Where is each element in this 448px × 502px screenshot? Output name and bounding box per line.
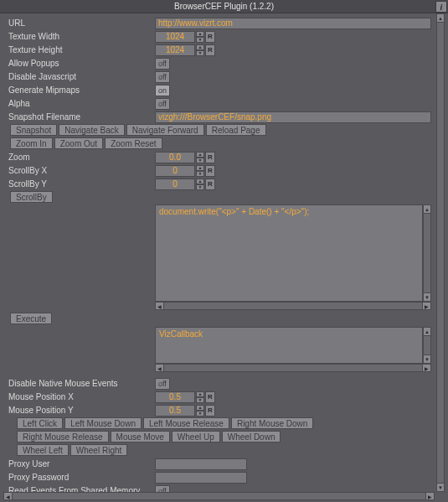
- scrollx-input[interactable]: 0: [155, 165, 195, 177]
- allow-popups-toggle[interactable]: off: [155, 58, 170, 70]
- tex-width-label: Texture Width: [8, 32, 155, 41]
- script-scroll-v[interactable]: ▲▼: [423, 204, 431, 302]
- execute-button[interactable]: Execute: [10, 313, 52, 324]
- right-down-button[interactable]: Right Mouse Down: [231, 417, 313, 429]
- disable-mouse-label: Disable Native Mouse Events: [8, 379, 155, 388]
- left-click-button[interactable]: Left Click: [17, 417, 63, 429]
- title-text: BrowserCEF Plugin (1.2.2): [174, 2, 274, 11]
- snap-file-input[interactable]: vizgh:///BrowserCEF/snap.png: [155, 111, 431, 123]
- allow-popups-label: Allow Popups: [8, 59, 155, 68]
- mousex-spinner[interactable]: ▲▼: [196, 391, 204, 403]
- zoom-reset-button[interactable]: Zoom Reset: [105, 137, 162, 149]
- proxy-user-input[interactable]: [155, 458, 247, 470]
- tex-height-reset[interactable]: R: [205, 44, 215, 56]
- tex-height-label: Texture Height: [8, 45, 155, 54]
- mouse-move-button[interactable]: Mouse Move: [111, 431, 170, 442]
- alpha-toggle[interactable]: off: [155, 98, 170, 110]
- scrolly-spinner[interactable]: ▲▼: [196, 179, 204, 190]
- content-panel: URL http://www.vizrt.com Texture Width 1…: [3, 13, 445, 492]
- scrolly-input[interactable]: 0: [155, 179, 195, 190]
- mousey-label: Mouse Position Y: [8, 406, 155, 415]
- mousex-reset[interactable]: R: [205, 391, 215, 403]
- tex-height-input[interactable]: 1024: [155, 44, 195, 56]
- callback-scroll-v[interactable]: ▲▼: [423, 327, 431, 364]
- wheel-right-button[interactable]: Wheel Right: [70, 444, 127, 456]
- zoom-input[interactable]: 0.0: [155, 152, 195, 163]
- nav-forward-button[interactable]: Navigate Forward: [126, 124, 204, 136]
- scrolly-reset[interactable]: R: [205, 179, 215, 190]
- left-down-button[interactable]: Left Mouse Down: [64, 417, 142, 429]
- wheel-up-button[interactable]: Wheel Up: [172, 431, 220, 442]
- zoom-spinner[interactable]: ▲▼: [196, 152, 204, 163]
- callback-textarea[interactable]: VizCallback: [155, 327, 423, 364]
- scrollx-label: ScrollBy X: [8, 166, 155, 175]
- disable-js-label: Disable Javascript: [8, 72, 155, 81]
- read-shm-label: Read Events From Shared Memory: [8, 486, 155, 492]
- scrollx-reset[interactable]: R: [205, 165, 215, 177]
- callback-area-wrap: VizCallback ▲▼ ◀▶: [155, 327, 431, 372]
- read-shm-toggle[interactable]: off: [155, 485, 170, 493]
- panel-scroll-h[interactable]: ◀▶: [3, 492, 435, 500]
- zoom-reset[interactable]: R: [205, 152, 215, 163]
- tex-width-input[interactable]: 1024: [155, 31, 195, 43]
- nav-back-button[interactable]: Navigate Back: [59, 124, 124, 136]
- right-release-button[interactable]: Right Mouse Release: [17, 431, 109, 442]
- info-button[interactable]: i: [435, 1, 447, 13]
- snapshot-button[interactable]: Snapshot: [10, 124, 57, 136]
- left-release-button[interactable]: Left Mouse Release: [143, 417, 229, 429]
- zoom-in-button[interactable]: Zoom In: [10, 137, 53, 149]
- disable-mouse-toggle[interactable]: off: [155, 378, 170, 390]
- proxy-pass-input[interactable]: [155, 472, 247, 484]
- mousex-label: Mouse Position X: [8, 392, 155, 401]
- titlebar: BrowserCEF Plugin (1.2.2) i: [0, 0, 448, 13]
- scrollby-button[interactable]: ScrollBy: [10, 191, 53, 203]
- gen-mipmaps-label: Generate Mipmaps: [8, 85, 155, 95]
- script-area-wrap: document.write("<p>" + Date() + "</p>");…: [155, 204, 431, 310]
- mousey-reset[interactable]: R: [205, 405, 215, 417]
- url-label: URL: [8, 18, 155, 28]
- snap-file-label: Snapshot Filename: [8, 112, 155, 122]
- zoom-label: Zoom: [8, 153, 155, 162]
- proxy-pass-label: Proxy Password: [8, 473, 155, 482]
- wheel-down-button[interactable]: Wheel Down: [222, 431, 281, 442]
- proxy-user-label: Proxy User: [8, 459, 155, 468]
- gen-mipmaps-toggle[interactable]: on: [155, 85, 170, 96]
- mousex-input[interactable]: 0.5: [155, 391, 195, 403]
- panel-scroll-v[interactable]: ▲▼: [436, 13, 445, 492]
- scrollx-spinner[interactable]: ▲▼: [196, 165, 204, 177]
- scrolly-label: ScrollBy Y: [8, 179, 155, 189]
- tex-height-spinner[interactable]: ▲▼: [196, 44, 204, 56]
- reload-button[interactable]: Reload Page: [206, 124, 266, 136]
- mousey-input[interactable]: 0.5: [155, 405, 195, 417]
- url-input[interactable]: http://www.vizrt.com: [155, 18, 431, 29]
- script-textarea[interactable]: document.write("<p>" + Date() + "</p>");: [155, 204, 423, 302]
- callback-scroll-h[interactable]: ◀▶: [155, 364, 431, 372]
- tex-width-spinner[interactable]: ▲▼: [196, 31, 204, 43]
- disable-js-toggle[interactable]: off: [155, 71, 170, 83]
- alpha-label: Alpha: [8, 99, 155, 108]
- mousey-spinner[interactable]: ▲▼: [196, 405, 204, 417]
- zoom-out-button[interactable]: Zoom Out: [54, 137, 103, 149]
- script-scroll-h[interactable]: ◀▶: [155, 302, 431, 310]
- tex-width-reset[interactable]: R: [205, 31, 215, 43]
- wheel-left-button[interactable]: Wheel Left: [17, 444, 69, 456]
